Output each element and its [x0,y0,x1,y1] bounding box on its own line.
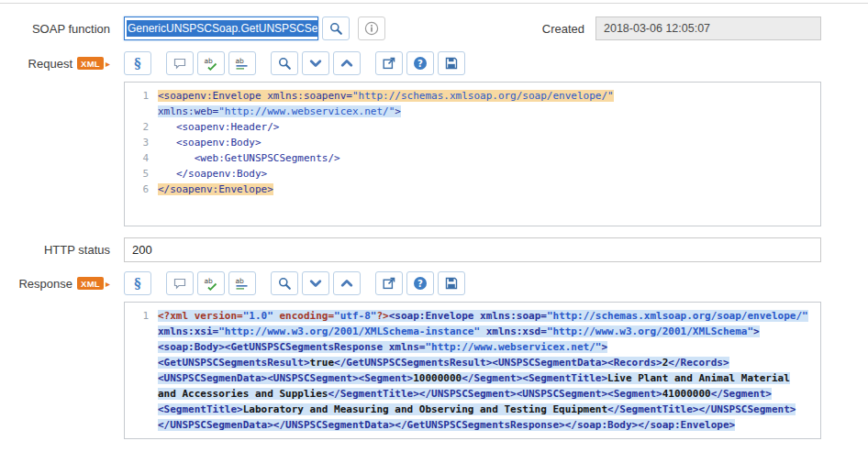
info-icon [364,21,379,36]
code-line[interactable]: 5 </soapenv:Body> [125,166,820,182]
code-line[interactable]: <UNSPSCSegmenData><UNSPSCSegment><Segmen… [125,370,820,386]
svg-text:ab: ab [205,57,214,65]
lookup-button[interactable] [322,17,350,40]
request-editor[interactable]: 1<soapenv:Envelope xmlns:soapenv="http:/… [124,82,821,226]
line-number: 5 [125,166,158,182]
find-next-button[interactable] [302,271,329,295]
request-toolbar-row: RequestXML▸ §abab? [0,51,868,75]
line-number [125,324,158,339]
line-number [125,339,158,355]
http-status-input[interactable] [124,237,821,262]
line-number: 1 [125,88,158,104]
format-xml-button[interactable]: § [124,51,151,75]
spell-check-icon: ab [204,56,218,71]
svg-text:ab: ab [236,57,245,65]
response-toolbar-cell: §abab? [124,271,821,295]
info-button[interactable] [358,17,385,40]
response-xml-badge[interactable]: XML [77,277,104,290]
save-button[interactable] [438,271,465,295]
svg-text:?: ? [417,59,423,69]
code-line[interactable]: <soap:Body><GetUNSPSCSegmentsResponse xm… [125,339,820,355]
soap-function-label: SOAP function [32,22,110,36]
code-line[interactable]: and Accessories and Supplies</SegmentTit… [125,386,820,402]
created-field: 2018-03-06 12:05:07 [595,17,821,40]
save-button[interactable] [438,51,465,75]
svg-text:§: § [134,56,140,71]
svg-text:?: ? [417,279,423,289]
spell-check-button[interactable]: ab [197,271,225,295]
find-next-button[interactable] [302,51,329,75]
find-button[interactable] [271,51,298,75]
open-in-window-button[interactable] [375,271,403,295]
line-number [125,370,158,386]
open-in-window-button[interactable] [375,51,403,75]
spell-list-icon: ab [235,56,250,71]
http-status-row: HTTP status [0,237,868,262]
response-editor-row: 1<?xml version="1.0" encoding="utf-8"?><… [0,302,868,439]
xml-badge-arrow-icon: ▸ [106,59,110,69]
comment-button[interactable] [166,271,194,295]
soap-function-content: GenericUNSPSCSoap.GetUNSPSCSegments Crea… [124,17,821,40]
help-button[interactable]: ? [406,271,434,295]
soap-function-row: SOAP function GenericUNSPSCSoap.GetUNSPS… [0,17,868,40]
comment-button[interactable] [166,51,194,75]
chevron-up-icon [339,276,354,291]
format-xml-icon: § [130,56,145,71]
save-icon [444,276,459,291]
created-label: Created [542,22,584,36]
code-line[interactable]: 6</soapenv:Envelope> [125,182,820,197]
svg-text:ab: ab [236,277,245,285]
spell-check-icon: ab [204,276,218,291]
soap-function-label-cell: SOAP function [0,22,124,36]
search-icon [328,21,343,36]
help-icon: ? [413,276,428,291]
soap-function-input[interactable]: GenericUNSPSCSoap.GetUNSPSCSegments [124,17,318,40]
external-link-icon [382,276,396,291]
find-previous-button[interactable] [333,271,361,295]
help-icon: ? [413,56,428,71]
format-xml-icon: § [130,276,145,291]
line-number: 6 [125,182,158,197]
line-number: 1 [125,308,158,324]
line-number [125,417,158,433]
code-line[interactable]: 1<?xml version="1.0" encoding="utf-8"?><… [125,308,820,324]
request-label: Request [28,57,72,71]
code-line[interactable]: 1<soapenv:Envelope xmlns:soapenv="http:/… [125,88,820,104]
code-line[interactable]: 4 <web:GetUNSPSCSegments/> [125,150,820,166]
line-number: 3 [125,135,158,150]
save-icon [444,56,459,71]
svg-text:ab: ab [205,277,214,285]
created-value: 2018-03-06 12:05:07 [604,22,710,35]
response-label: Response [18,277,72,291]
external-link-icon [382,56,396,71]
line-number: 2 [125,119,158,135]
code-line[interactable]: <SegmentTitle>Laboratory and Measuring a… [125,402,820,417]
validate-button[interactable]: ab [228,271,256,295]
find-previous-button[interactable] [333,51,361,75]
code-line[interactable]: </UNSPSCSegmenData></UNSPSCSegmentData><… [125,417,820,433]
code-line[interactable]: xmlns:xsi="http://www.w3.org/2001/XMLSch… [125,324,820,339]
search-icon [277,56,292,71]
code-line[interactable]: 3 <soapenv:Body> [125,135,820,150]
validate-button[interactable]: ab [228,51,256,75]
chevron-down-icon [308,276,323,291]
http-status-label-cell: HTTP status [0,243,124,257]
request-xml-badge[interactable]: XML [77,57,104,70]
find-button[interactable] [271,271,298,295]
code-line[interactable]: <GetUNSPSCSegmentsResult>true</GetUNSPSC… [125,355,820,370]
request-label-cell: RequestXML▸ [0,57,124,71]
request-toolbar: §abab? [124,51,465,75]
response-editor[interactable]: 1<?xml version="1.0" encoding="utf-8"?><… [124,302,821,439]
spell-check-button[interactable]: ab [197,51,225,75]
code-line[interactable]: xmlns:web="http://www.webservicex.net/"> [125,104,820,119]
line-number [125,386,158,402]
xml-badge-arrow-icon: ▸ [106,279,110,289]
http-status-label: HTTP status [44,243,110,257]
line-number [125,402,158,417]
format-xml-button[interactable]: § [124,271,151,295]
code-line[interactable]: 2 <soapenv:Header/> [125,119,820,135]
request-toolbar-cell: §abab? [124,51,821,75]
help-button[interactable]: ? [406,51,434,75]
line-number [125,355,158,370]
svg-text:§: § [134,276,140,291]
